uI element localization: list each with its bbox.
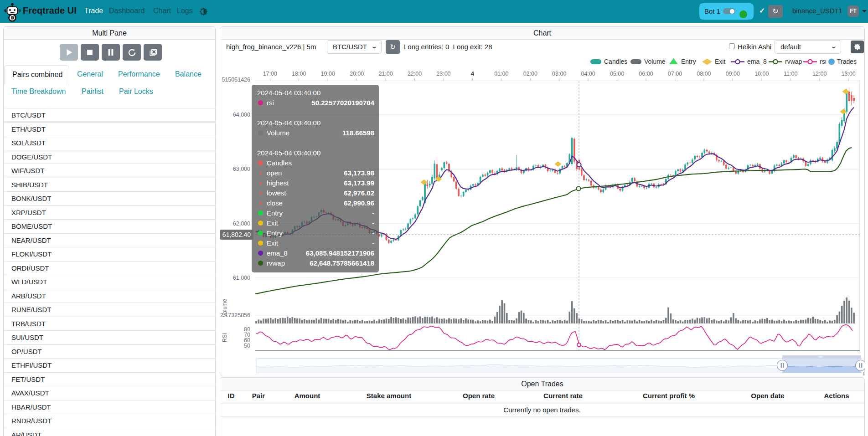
svg-text:4: 4 bbox=[471, 71, 474, 77]
svg-text:50: 50 bbox=[244, 343, 250, 349]
svg-text:515051426: 515051426 bbox=[222, 77, 250, 83]
svg-text:12:00: 12:00 bbox=[812, 71, 827, 77]
svg-text:05:00: 05:00 bbox=[610, 71, 624, 77]
svg-text:10:00: 10:00 bbox=[754, 71, 769, 77]
svg-text:11:00: 11:00 bbox=[784, 71, 797, 77]
svg-text:08:00: 08:00 bbox=[697, 71, 711, 77]
svg-text:62,000: 62,000 bbox=[233, 221, 250, 227]
svg-text:19:00: 19:00 bbox=[321, 71, 335, 77]
svg-text:Volume: Volume bbox=[222, 299, 228, 317]
svg-text:03:00: 03:00 bbox=[552, 71, 566, 77]
svg-text:02:00: 02:00 bbox=[523, 71, 537, 77]
svg-text:01:00: 01:00 bbox=[494, 71, 508, 77]
svg-text:06:00: 06:00 bbox=[639, 71, 653, 77]
svg-text:22:00: 22:00 bbox=[408, 71, 422, 77]
svg-text:61,000: 61,000 bbox=[233, 275, 250, 281]
svg-text:18:00: 18:00 bbox=[292, 71, 306, 77]
svg-text:63,000: 63,000 bbox=[233, 166, 250, 172]
svg-text:09:00: 09:00 bbox=[726, 71, 740, 77]
svg-text:23:00: 23:00 bbox=[436, 71, 450, 77]
svg-text:21:00: 21:00 bbox=[378, 71, 393, 77]
svg-text:17:00: 17:00 bbox=[263, 71, 277, 77]
svg-text:20:00: 20:00 bbox=[350, 71, 364, 77]
svg-text:07:00: 07:00 bbox=[668, 71, 682, 77]
svg-text:13:00: 13:00 bbox=[841, 71, 855, 77]
svg-text:64,000: 64,000 bbox=[233, 112, 250, 118]
svg-text:04:00: 04:00 bbox=[581, 71, 595, 77]
svg-text:RSI: RSI bbox=[222, 333, 228, 342]
